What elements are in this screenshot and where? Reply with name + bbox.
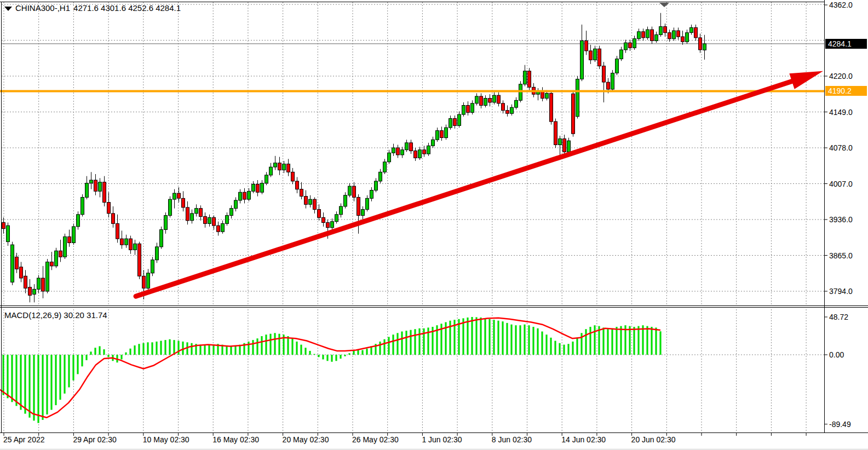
candle-body [375,181,378,191]
candle-body [497,95,501,103]
candle-body [7,226,10,242]
candle-body [85,183,89,198]
candle-body [383,162,387,172]
candle-body [112,214,115,224]
candle-body [230,209,233,216]
candle-body [458,114,461,125]
candle-body [681,37,685,42]
candle-body [269,167,273,175]
candle-body [418,150,422,158]
candle-body [46,262,49,292]
candle-body [572,94,575,134]
candle-body [15,257,19,269]
candle-body [554,122,557,145]
candle-body [99,182,102,192]
macd-tick-label: 0.00 [829,350,844,359]
price-tick-label: 4078.0 [829,143,853,152]
candle-body [90,180,93,183]
candle-body [304,197,308,205]
candle-body [199,209,203,217]
candle-body [519,84,522,101]
candle-body [396,148,400,155]
chart-title-row: CHINA300-,H1 4271.6 4301.6 4252.6 4284.1 [4,3,181,13]
time-tick-label: 14 Jun 02:30 [561,435,606,444]
candle-body [392,148,395,153]
price-tick-label: 4149.0 [829,108,853,117]
candle-body [453,119,457,126]
candle-body [68,236,71,243]
price-tick-label: 4220.0 [829,72,853,80]
candle-body [274,163,277,167]
candle-body [283,164,286,170]
candle-body [24,276,27,288]
candle-body [2,223,5,229]
candle-body [125,239,128,245]
candle-body [335,215,338,222]
price-tick-label: 3865.0 [829,251,853,260]
candle-body [191,214,194,221]
orange-level-badge: 4190.2 [825,86,867,96]
candle-body [646,30,649,38]
candle-body [449,119,452,128]
candle-body [462,106,465,115]
candle-body [655,34,658,41]
candle-body [186,207,189,221]
candle-body [598,49,601,66]
candle-body [602,66,606,83]
chart-canvas[interactable]: 4362.04220.04149.04078.04007.03936.03865… [0,0,868,450]
current-price-badge: 4284.1 [825,39,867,49]
time-tick-label: 26 May 02:30 [352,435,399,444]
candle-body [204,217,207,224]
candle-body [432,140,435,146]
candle-body [502,103,505,111]
candle-body [134,244,137,250]
candle-body [212,217,216,226]
candle-body [72,227,76,243]
candle-body [265,175,268,183]
candle-body [524,71,527,84]
candle-body [116,223,119,239]
candle-body [164,216,168,230]
candle-body [296,181,299,189]
ohlc-values: 4271.6 4301.6 4252.6 4284.1 [73,3,181,13]
candle-body [607,82,610,89]
candle-body [664,27,667,33]
candle-body [580,41,584,79]
candle-body [239,192,242,200]
candle-body [659,27,663,35]
candle-body [410,143,413,151]
candle-body [287,164,290,172]
candle-body [28,287,32,296]
candle-body [103,182,106,203]
candle-body [147,273,150,289]
candle-body [506,111,509,114]
candle-body [177,193,181,198]
candle-body [467,106,470,113]
candle-body [160,230,163,247]
candle-body [94,180,97,191]
candle-body [169,199,172,216]
symbol-dropdown-icon[interactable] [4,7,12,11]
candle-body [559,139,562,145]
candle-body [348,186,352,195]
candle-body [624,43,628,50]
vertical-gridlines [4,2,806,436]
macd-indicator-label: MACD(12,26,9) 30.20 31.74 [4,310,107,320]
candle-body [633,39,636,48]
candle-body [291,172,295,181]
candle-body [475,96,479,103]
candle-body [686,33,689,42]
candle-body [331,222,334,228]
trading-chart-window: 4362.04220.04149.04078.04007.03936.03865… [0,0,868,450]
candle-body [217,226,220,232]
candle-body [256,184,260,192]
candle-body [694,27,698,38]
candle-body [471,103,474,113]
candle-body [59,251,62,257]
candle-body [120,239,124,245]
time-tick-label: 10 May 02:30 [143,435,189,444]
candle-body [208,217,211,223]
candle-body [550,93,553,122]
candle-body [515,100,518,107]
time-tick-label: 16 May 02:30 [212,435,259,444]
